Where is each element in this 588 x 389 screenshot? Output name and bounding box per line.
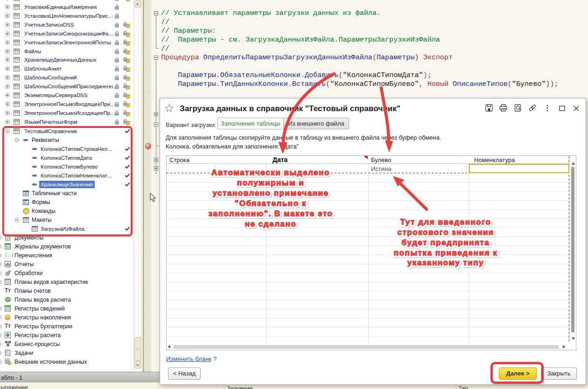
- svg-text:будет предпринята: будет предпринята: [402, 238, 490, 247]
- svg-text:"Обязательно к: "Обязательно к: [235, 198, 307, 208]
- svg-text:полужирным и: полужирным и: [237, 178, 305, 187]
- svg-text:установлено примечание: установлено примечание: [212, 188, 329, 198]
- svg-text:заполнению". В макете это: заполнению". В макете это: [209, 209, 333, 218]
- svg-text:не сделано: не сделано: [245, 219, 297, 228]
- svg-text:попытка приведения к: попытка приведения к: [394, 248, 497, 257]
- svg-text:Автоматически выделено: Автоматически выделено: [211, 168, 330, 177]
- svg-text:строкового значения: строкового значения: [397, 227, 494, 237]
- svg-text:указанному типу: указанному типу: [407, 258, 484, 267]
- svg-text:Тут для введенного: Тут для введенного: [400, 217, 491, 226]
